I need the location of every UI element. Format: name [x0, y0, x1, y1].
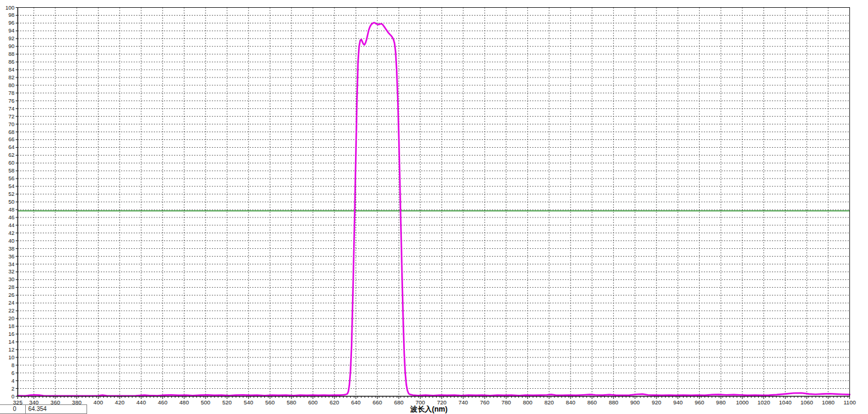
y-tick-label: 88: [8, 51, 14, 57]
x-tick-label: 780: [502, 399, 511, 406]
y-tick-label: 26: [8, 292, 14, 298]
y-tick-label: 32: [8, 269, 14, 275]
x-tick-label: 880: [609, 399, 618, 406]
x-tick-label: 1020: [757, 399, 770, 406]
x-tick-label: 980: [716, 399, 726, 406]
y-tick-label: 18: [8, 323, 14, 329]
x-tick-label: 540: [244, 399, 253, 406]
x-tick-label: 680: [394, 399, 404, 406]
x-tick-label: 520: [222, 399, 232, 406]
y-tick-label: 10: [8, 355, 14, 361]
x-tick-label: 660: [372, 399, 382, 406]
y-tick-label: 40: [8, 238, 14, 244]
y-tick-label: 64: [8, 144, 14, 150]
y-tick-label: 0: [11, 394, 14, 400]
spectrum-chart: 0246810121416182022242628303234363840424…: [0, 0, 868, 414]
y-tick-label: 8: [11, 362, 14, 368]
y-tick-label: 86: [8, 59, 14, 65]
y-tick-label: 56: [8, 175, 14, 181]
x-tick-label: 920: [652, 399, 661, 406]
y-tick-label: 98: [8, 12, 14, 18]
x-axis-title: 波长入(nm): [410, 405, 448, 413]
y-tick-label: 96: [8, 20, 14, 26]
y-tick-label: 58: [8, 168, 14, 174]
y-tick-label: 2: [11, 386, 14, 392]
x-tick-label: 420: [115, 399, 124, 406]
y-tick-label: 70: [8, 121, 14, 127]
x-tick-label: 940: [673, 399, 683, 406]
x-tick-label: 460: [158, 399, 168, 406]
x-tick-label: 960: [694, 399, 704, 406]
y-tick-label: 90: [8, 43, 14, 49]
x-tick-label: 600: [308, 399, 318, 406]
left-readout-field[interactable]: 0: [0, 404, 26, 414]
transmission-curve: [18, 23, 850, 396]
y-tick-label: 24: [8, 300, 14, 306]
y-tick-label: 42: [8, 230, 14, 236]
x-tick-label: 400: [94, 399, 103, 406]
y-tick-label: 92: [8, 35, 14, 41]
y-tick-label: 34: [8, 261, 14, 267]
y-tick-label: 94: [8, 28, 14, 34]
y-tick-label: 60: [8, 160, 14, 166]
x-tick-label: 620: [330, 399, 339, 406]
y-tick-label: 6: [11, 370, 14, 376]
y-tick-label: 54: [8, 183, 14, 189]
y-tick-label: 12: [8, 347, 14, 353]
x-tick-label: 760: [480, 399, 490, 406]
y-tick-label: 20: [8, 315, 14, 321]
y-tick-label: 52: [8, 191, 14, 197]
y-tick-label: 16: [8, 331, 14, 337]
y-tick-label: 14: [8, 339, 14, 345]
y-tick-label: 66: [8, 136, 14, 142]
y-tick-label: 48: [8, 207, 14, 213]
x-tick-label: 500: [201, 399, 210, 406]
y-tick-label: 38: [8, 246, 14, 252]
y-tick-label: 80: [8, 82, 14, 88]
x-tick-label: 480: [180, 399, 189, 406]
x-tick-label: 800: [523, 399, 532, 406]
x-tick-label: 740: [458, 399, 468, 406]
wavelength-readout-field[interactable]: 64.354: [25, 404, 87, 414]
y-tick-label: 82: [8, 75, 14, 81]
y-tick-label: 36: [8, 254, 14, 260]
y-tick-label: 62: [8, 152, 14, 158]
spectrometer-app-window: 0246810121416182022242628303234363840424…: [0, 0, 868, 414]
y-tick-label: 100: [5, 5, 14, 11]
x-tick-label: 840: [566, 399, 575, 406]
x-tick-label: 900: [630, 399, 640, 406]
x-tick-label: 440: [136, 399, 146, 406]
y-tick-label: 22: [8, 308, 14, 314]
x-tick-label: 560: [266, 399, 275, 406]
y-tick-label: 76: [8, 98, 14, 104]
y-tick-label: 4: [11, 378, 14, 384]
y-tick-label: 50: [8, 199, 14, 205]
x-tick-label: 1000: [736, 399, 748, 406]
x-tick-label: 1100: [843, 399, 855, 406]
x-tick-label: 1060: [800, 399, 813, 406]
y-tick-label: 30: [8, 276, 14, 282]
x-tick-label: 640: [351, 399, 361, 406]
x-tick-label: 860: [587, 399, 597, 406]
x-tick-label: 1040: [779, 399, 792, 406]
y-tick-label: 44: [8, 222, 14, 228]
x-tick-label: 1080: [822, 399, 834, 406]
y-tick-label: 46: [8, 215, 14, 221]
y-tick-label: 84: [8, 67, 14, 73]
y-tick-label: 74: [8, 106, 14, 112]
y-tick-label: 78: [8, 90, 14, 96]
y-tick-label: 28: [8, 284, 14, 290]
y-tick-label: 72: [8, 114, 14, 120]
y-tick-label: 68: [8, 129, 14, 135]
x-tick-label: 820: [544, 399, 554, 406]
x-tick-label: 580: [287, 399, 296, 406]
